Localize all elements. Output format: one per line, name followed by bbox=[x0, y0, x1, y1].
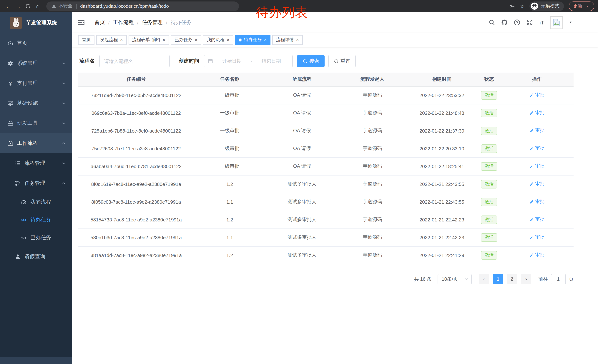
task-id: 381aa1dd-7ac8-11ec-a9e2-a2380e71991a bbox=[78, 246, 194, 264]
top-navbar: 首页 / 工作流程 / 任务管理 / 待办任务 TT bbox=[72, 12, 598, 32]
tab-my-process[interactable]: 我的流程× bbox=[203, 35, 233, 45]
create-time: 2022-01-22 21:37:30 bbox=[406, 122, 478, 140]
sidebar-item-home[interactable]: 首页 bbox=[0, 33, 72, 53]
edit-pencil-icon bbox=[529, 164, 534, 169]
approve-link[interactable]: 审批 bbox=[529, 128, 544, 134]
status-badge: 激活 bbox=[481, 251, 497, 259]
sidebar-item-system[interactable]: 系统管理 bbox=[0, 53, 72, 73]
browser-back-icon[interactable]: ← bbox=[4, 3, 13, 9]
page-size-select[interactable]: 10条/页 bbox=[438, 274, 472, 284]
search-icon bbox=[303, 59, 307, 64]
tag-tabs-bar: 首页 发起流程× 流程表单-编辑× 已办任务× 我的流程× 待办任务× 流程详情… bbox=[72, 32, 598, 47]
avatar-caret-icon[interactable]: ▼ bbox=[569, 21, 572, 24]
sidebar-item-process-mgmt[interactable]: 流程管理 bbox=[0, 153, 72, 173]
date-range-picker[interactable]: 开始日期 - 结束日期 bbox=[204, 55, 293, 67]
goto-page-input[interactable] bbox=[551, 274, 566, 284]
sidebar-item-leave-query[interactable]: 请假查询 bbox=[0, 247, 72, 267]
sidebar-toggle-icon[interactable] bbox=[77, 18, 85, 26]
tab-form-edit[interactable]: 流程表单-编辑× bbox=[128, 35, 169, 45]
user-avatar[interactable] bbox=[550, 16, 563, 29]
task-name: 1.1 bbox=[194, 228, 265, 246]
font-size-icon[interactable]: TT bbox=[539, 19, 544, 26]
fullscreen-icon[interactable] bbox=[526, 19, 533, 25]
robot-face-icon bbox=[21, 199, 27, 205]
browser-home-icon[interactable]: ⌂ bbox=[33, 3, 43, 9]
sidebar-item-workflow[interactable]: 工作流程 bbox=[0, 133, 72, 153]
status-badge: 激活 bbox=[481, 233, 497, 242]
sidebar-item-done-tasks[interactable]: 已办任务 bbox=[0, 229, 72, 247]
breadcrumb-task-mgmt[interactable]: 任务管理 bbox=[142, 19, 163, 26]
process-name: OA 请假 bbox=[265, 122, 339, 140]
approve-link[interactable]: 审批 bbox=[529, 145, 544, 152]
search-icon[interactable] bbox=[489, 19, 495, 25]
tab-start-process[interactable]: 发起流程× bbox=[96, 35, 126, 45]
sidebar-item-label: 已办任务 bbox=[30, 235, 51, 241]
close-icon[interactable]: × bbox=[296, 37, 299, 42]
task-id: 75d72608-7b7f-11ec-a3c8-acde48001122 bbox=[78, 140, 194, 157]
sidebar-item-devtools[interactable]: 研发工具 bbox=[0, 113, 72, 133]
approve-link[interactable]: 审批 bbox=[529, 252, 544, 258]
starter: 芋道源码 bbox=[339, 193, 406, 211]
page-1-button[interactable]: 1 bbox=[493, 274, 503, 284]
close-icon[interactable]: × bbox=[120, 37, 123, 42]
create-time: 2022-01-22 18:25:41 bbox=[406, 157, 478, 175]
address-bar[interactable]: 不安全 dashboard.yudao.iocoder.cn/bpm/task/… bbox=[46, 1, 239, 11]
app-logo-avatar bbox=[10, 17, 22, 29]
tab-process-detail[interactable]: 流程详情× bbox=[272, 35, 303, 45]
help-icon[interactable] bbox=[514, 19, 520, 25]
approve-link[interactable]: 审批 bbox=[529, 217, 544, 223]
close-icon[interactable]: × bbox=[227, 37, 230, 42]
breadcrumb-home[interactable]: 首页 bbox=[94, 19, 105, 26]
page-2-button[interactable]: 2 bbox=[507, 274, 517, 284]
tab-done-tasks[interactable]: 已办任务× bbox=[171, 35, 201, 45]
browser-reload-icon[interactable] bbox=[25, 3, 31, 9]
create-time: 2022-01-21 22:43:55 bbox=[406, 193, 478, 211]
approve-link[interactable]: 审批 bbox=[529, 92, 544, 98]
task-name: 一级审批 bbox=[194, 140, 265, 157]
next-page-button[interactable]: › bbox=[521, 274, 531, 284]
tab-todo-tasks[interactable]: 待办任务× bbox=[235, 35, 270, 45]
task-id: 8f0d1619-7ac8-11ec-a9e2-a2380e71991a bbox=[78, 175, 194, 193]
browser-forward-icon[interactable]: → bbox=[13, 3, 23, 9]
tab-home[interactable]: 首页 bbox=[78, 35, 94, 45]
starter: 芋道源码 bbox=[339, 246, 406, 264]
table-row: 75d72608-7b7f-11ec-a3c8-acde48001122一级审批… bbox=[78, 140, 573, 157]
edit-pencil-icon bbox=[529, 146, 534, 151]
yen-icon: ¥ bbox=[8, 80, 13, 87]
create-time: 2022-01-22 20:33:10 bbox=[406, 140, 478, 157]
breadcrumb-separator: / bbox=[166, 19, 167, 25]
refresh-icon bbox=[334, 59, 339, 64]
sidebar-item-todo-tasks[interactable]: 待办任务 bbox=[0, 211, 72, 229]
password-key-icon[interactable] bbox=[509, 3, 515, 9]
active-dot bbox=[239, 38, 242, 41]
close-icon[interactable]: × bbox=[194, 37, 197, 42]
approve-link[interactable]: 审批 bbox=[529, 163, 544, 170]
screen: ← → ⌂ 不安全 dashboard.yudao.iocoder.cn/bpm… bbox=[0, 0, 598, 364]
breadcrumb-workflow[interactable]: 工作流程 bbox=[113, 19, 134, 26]
github-icon[interactable] bbox=[501, 19, 507, 25]
process-name: OA 请假 bbox=[265, 140, 339, 157]
table-row: 725a1eb6-7b88-11ec-8ef0-acde48001122一级审批… bbox=[78, 122, 573, 140]
sidebar-item-infrastructure[interactable]: 基础设施 bbox=[0, 93, 72, 113]
edit-pencil-icon bbox=[529, 200, 534, 204]
sidebar-item-task-mgmt[interactable]: 任务管理 bbox=[0, 173, 72, 193]
edit-pencil-icon bbox=[529, 129, 534, 133]
reset-button[interactable]: 重置 bbox=[328, 55, 356, 67]
create-time: 2022-01-21 22:41:29 bbox=[406, 246, 478, 264]
sidebar-item-my-process[interactable]: 我的流程 bbox=[0, 193, 72, 211]
approve-link[interactable]: 审批 bbox=[529, 199, 544, 205]
search-button[interactable]: 搜索 bbox=[297, 55, 324, 67]
bookmark-star-icon[interactable]: ☆ bbox=[520, 3, 525, 9]
sidebar-item-payment[interactable]: ¥ 支付管理 bbox=[0, 73, 72, 93]
approve-link[interactable]: 审批 bbox=[529, 110, 544, 116]
close-icon[interactable]: × bbox=[264, 37, 267, 42]
close-icon[interactable]: × bbox=[162, 37, 165, 42]
browser-update-button[interactable]: 更新 ⋮ bbox=[569, 1, 594, 11]
todo-list-annotation: 待办列表 bbox=[256, 4, 308, 21]
process-name-input[interactable] bbox=[99, 55, 170, 67]
approve-link[interactable]: 审批 bbox=[529, 234, 544, 241]
sidebar-item-label: 流程管理 bbox=[25, 160, 45, 167]
approve-link[interactable]: 审批 bbox=[529, 181, 544, 187]
prev-page-button[interactable]: ‹ bbox=[479, 274, 489, 284]
browser-menu-icon[interactable]: ⋮ bbox=[585, 4, 590, 9]
